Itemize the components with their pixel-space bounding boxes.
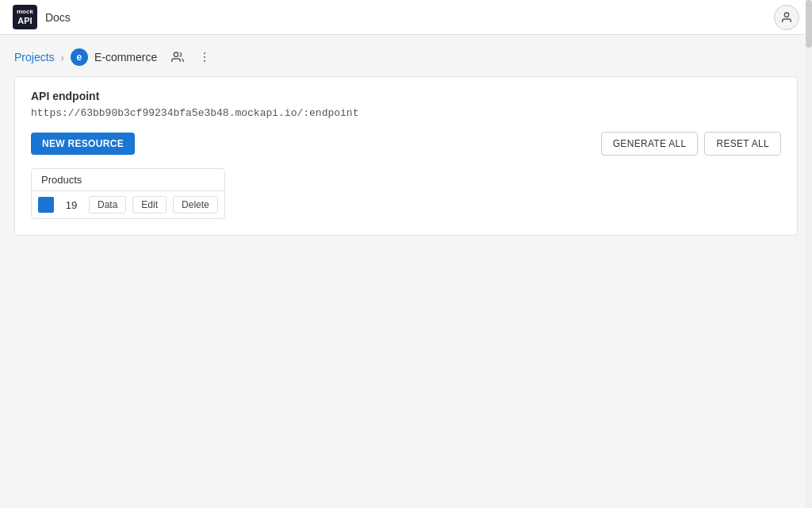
breadcrumb-projects-link[interactable]: Projects xyxy=(14,51,55,64)
resource-container: Products 19 Data Edit Delete xyxy=(31,168,225,219)
more-icon xyxy=(198,51,211,64)
more-options-button[interactable] xyxy=(193,46,216,68)
api-endpoint-label: API endpoint xyxy=(31,90,781,102)
user-icon xyxy=(780,11,793,24)
docs-link[interactable]: Docs xyxy=(45,11,71,24)
toolbar: NEW RESOURCE GENERATE ALL RESET ALL xyxy=(31,132,781,156)
breadcrumb-actions xyxy=(167,46,216,68)
svg-point-1 xyxy=(174,52,178,56)
new-resource-button[interactable]: NEW RESOURCE xyxy=(31,133,135,155)
header-right xyxy=(774,5,799,30)
resource-name: Products xyxy=(41,174,82,186)
svg-point-0 xyxy=(784,13,788,17)
delete-button[interactable]: Delete xyxy=(173,196,218,214)
svg-point-3 xyxy=(204,56,205,58)
header-left: mock API Docs xyxy=(13,5,71,29)
table-row: 19 Data Edit Delete xyxy=(32,191,224,218)
members-button[interactable] xyxy=(167,46,189,68)
resource-count: 19 xyxy=(60,199,82,211)
resource-color-indicator xyxy=(38,197,54,213)
generate-all-button[interactable]: GENERATE ALL xyxy=(601,132,699,156)
resource-header: Products xyxy=(32,169,224,191)
main-content: API endpoint https://63bb90b3cf99234bfa5… xyxy=(0,76,812,236)
project-name: E-commerce xyxy=(94,51,157,64)
user-avatar-button[interactable] xyxy=(774,5,799,30)
svg-point-4 xyxy=(204,60,205,62)
svg-point-2 xyxy=(204,52,205,54)
app-logo: mock API xyxy=(13,5,37,29)
data-button[interactable]: Data xyxy=(89,196,126,214)
scrollbar[interactable] xyxy=(806,0,812,508)
members-icon xyxy=(171,51,184,64)
scrollbar-thumb[interactable] xyxy=(806,0,812,48)
app-header: mock API Docs xyxy=(0,0,812,35)
api-card: API endpoint https://63bb90b3cf99234bfa5… xyxy=(14,76,798,236)
toolbar-right: GENERATE ALL RESET ALL xyxy=(601,132,781,156)
project-badge: e xyxy=(71,48,88,66)
reset-all-button[interactable]: RESET ALL xyxy=(704,132,781,156)
breadcrumb-chevron: › xyxy=(61,52,64,64)
breadcrumb: Projects › e E-commerce xyxy=(0,35,812,76)
api-endpoint-url: https://63bb90b3cf99234bfa5e3b48.mockapi… xyxy=(31,107,781,119)
edit-button[interactable]: Edit xyxy=(132,196,167,214)
